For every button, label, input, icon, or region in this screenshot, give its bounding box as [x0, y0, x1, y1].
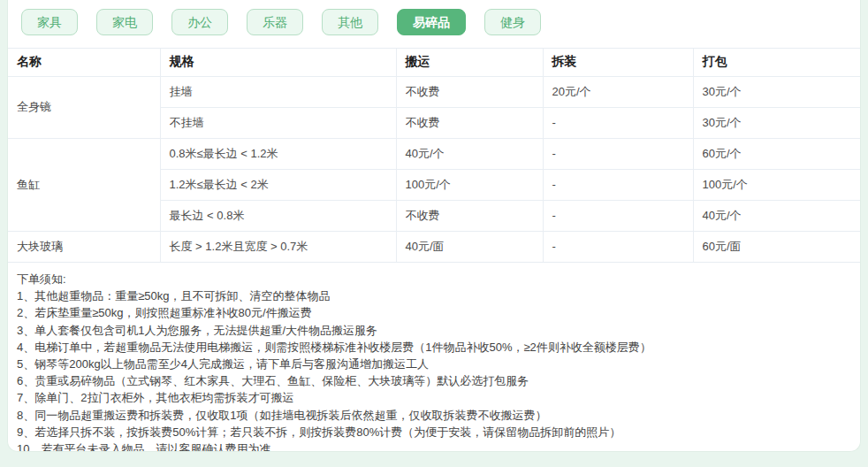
moving-cell: 不收费 — [396, 200, 543, 231]
moving-cell: 不收费 — [396, 107, 543, 138]
table-row: 全身镜 挂墙 不收费 20元/个 30元/个 — [8, 76, 861, 107]
table-row: 鱼缸 0.8米≤最长边 < 1.2米 40元/个 - 60元/个 — [8, 138, 861, 169]
disassembly-cell: 20元/个 — [543, 76, 693, 107]
disassembly-cell: - — [543, 107, 693, 138]
price-table-wrapper: 名称 规格 搬运 拆装 打包 全身镜 挂墙 不收费 20元/个 30元/个 不挂… — [8, 48, 860, 263]
note-line-6: 6、贵重或易碎物品（立式钢琴、红木家具、大理石、鱼缸、保险柜、大块玻璃等）默认必… — [17, 372, 848, 389]
note-line-5: 5、钢琴等200kg以上物品需至少4人完成搬运，请下单后与客服沟通增加搬运工人 — [17, 356, 848, 372]
spec-cell: 最长边 < 0.8米 — [160, 200, 396, 231]
tab-fragile-selected[interactable]: 易碎品 — [397, 9, 466, 35]
disassembly-cell: - — [543, 231, 693, 262]
packing-cell: 30元/个 — [693, 107, 861, 138]
table-row: 大块玻璃 长度 > 1.2米且宽度 > 0.7米 40元/面 - 60元/面 — [8, 231, 861, 262]
column-header-packing: 打包 — [693, 49, 861, 76]
item-name-cell: 全身镜 — [8, 76, 160, 138]
tab-fitness[interactable]: 健身 — [484, 9, 541, 35]
tab-other[interactable]: 其他 — [322, 9, 378, 35]
spec-cell: 1.2米≤最长边 < 2米 — [160, 169, 396, 200]
note-line-9: 9、若选择只拆不装，按拆装费50%计算；若只装不拆，则按拆装费80%计费（为便于… — [17, 424, 848, 440]
moving-cell: 100元/个 — [396, 169, 543, 200]
header-row: 名称 规格 搬运 拆装 打包 — [8, 49, 861, 76]
tab-furniture[interactable]: 家具 — [21, 9, 78, 35]
disassembly-cell: - — [543, 200, 693, 231]
notes-title: 下单须知: — [17, 271, 848, 287]
disassembly-cell: - — [543, 138, 693, 169]
note-line-3: 3、单人套餐仅包含司机1人为您服务，无法提供超重/大件物品搬运服务 — [17, 322, 848, 339]
spec-cell: 长度 > 1.2米且宽度 > 0.7米 — [160, 231, 396, 262]
note-line-8: 8、同一物品超重搬运费和拆装费，仅收取1项（如挂墙电视拆装后依然超重，仅收取拆装… — [17, 407, 848, 424]
tab-office[interactable]: 办公 — [171, 9, 228, 35]
packing-cell: 100元/个 — [693, 169, 861, 200]
spec-cell: 挂墙 — [160, 76, 396, 107]
moving-cell: 40元/面 — [396, 231, 543, 262]
item-name-cell: 大块玻璃 — [8, 231, 160, 262]
moving-cell: 40元/个 — [396, 138, 543, 169]
packing-cell: 30元/个 — [693, 76, 861, 107]
spec-cell: 0.8米≤最长边 < 1.2米 — [160, 138, 396, 169]
note-line-1: 1、其他超重物品：重量≥50kg，且不可拆卸、清空的整体物品 — [17, 287, 848, 304]
column-header-name: 名称 — [8, 49, 160, 76]
tab-appliances[interactable]: 家电 — [96, 9, 153, 35]
packing-cell: 60元/面 — [693, 231, 861, 262]
disassembly-cell: - — [543, 169, 693, 200]
column-header-spec: 规格 — [160, 49, 396, 76]
item-name-cell: 鱼缸 — [8, 138, 160, 231]
column-header-disassembly: 拆装 — [543, 49, 693, 76]
category-tabs: 家具 家电 办公 乐器 其他 易碎品 健身 — [8, 0, 860, 48]
packing-cell: 60元/个 — [693, 138, 861, 169]
order-notes: 下单须知: 1、其他超重物品：重量≥50kg，且不可拆卸、清空的整体物品 2、若… — [8, 263, 860, 452]
packing-cell: 40元/个 — [693, 200, 861, 231]
spec-cell: 不挂墙 — [160, 107, 396, 138]
tab-instruments[interactable]: 乐器 — [247, 9, 303, 35]
column-header-moving: 搬运 — [396, 49, 543, 76]
moving-cell: 不收费 — [396, 76, 543, 107]
note-line-10: 10、若有平台未录入物品，请以客服确认费用为准 — [17, 440, 848, 452]
pricing-card: 家具 家电 办公 乐器 其他 易碎品 健身 名称 规格 搬运 拆装 打包 — [7, 0, 861, 452]
note-line-4: 4、电梯订单中，若超重物品无法使用电梯搬运，则需按照楼梯标准补收楼层费（1件物品… — [17, 339, 848, 356]
note-line-2: 2、若床垫重量≥50kg，则按照超重标准补收80元/件搬运费 — [17, 304, 848, 321]
price-table: 名称 规格 搬运 拆装 打包 全身镜 挂墙 不收费 20元/个 30元/个 不挂… — [8, 49, 861, 262]
note-line-7: 7、除单门、2拉门衣柜外，其他衣柜均需拆装才可搬运 — [17, 389, 848, 406]
